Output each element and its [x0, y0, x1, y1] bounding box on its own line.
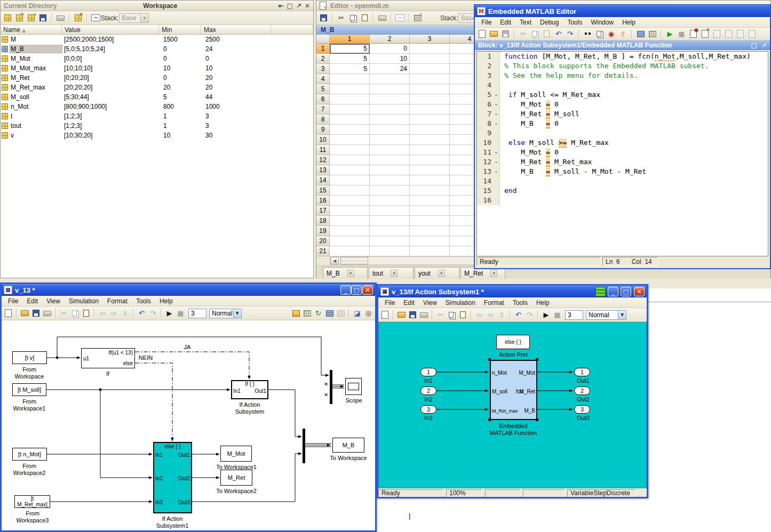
variable-max[interactable]: 10 — [201, 65, 271, 72]
grid-cell[interactable] — [330, 165, 370, 175]
print-icon[interactable] — [419, 310, 429, 320]
up-icon[interactable]: ⇧ — [618, 29, 628, 39]
breakpoint-margin[interactable] — [493, 196, 500, 205]
grid-cell[interactable] — [330, 94, 370, 104]
new-icon[interactable] — [477, 29, 487, 39]
redo-icon[interactable]: ↷ — [565, 29, 575, 39]
grid-cell[interactable] — [370, 186, 410, 196]
menu-tools[interactable]: Tools — [508, 298, 532, 308]
breakpoint-margin[interactable] — [493, 138, 500, 148]
model-canvas[interactable]: [t v] From Workspace [t M_soll] From Wor… — [2, 320, 375, 530]
cut-icon[interactable]: ✂ — [336, 13, 346, 23]
grid-cell[interactable] — [410, 104, 450, 115]
new-variable-icon[interactable] — [3, 13, 13, 23]
maximize-icon[interactable]: □ — [621, 287, 631, 296]
grid-cell[interactable]: 24 — [370, 64, 410, 74]
play-icon[interactable]: ▶ — [164, 308, 174, 318]
grid-cell[interactable] — [410, 84, 450, 94]
variable-max[interactable]: 3 — [201, 122, 271, 130]
workspace-row[interactable]: tout[1;2;3]13 — [1, 121, 313, 131]
refresh-icon[interactable]: ↻ — [313, 308, 323, 318]
grid-cell[interactable] — [330, 155, 370, 165]
grid-cell[interactable] — [410, 165, 450, 175]
step-in-disabled-icon[interactable] — [724, 29, 734, 39]
column-header-value[interactable]: Value — [62, 25, 159, 34]
model-titlebar[interactable]: v_13 * _ □ ✕ — [2, 284, 375, 296]
workspace-row[interactable]: v[10;30;20]1030 — [1, 131, 313, 140]
scope-block[interactable] — [345, 378, 362, 395]
variable-name[interactable]: tout — [10, 122, 62, 130]
variable-max[interactable]: 0 — [201, 55, 271, 62]
breakpoint-margin[interactable]: - — [493, 109, 500, 119]
to-workspace1-block[interactable]: M_Mot — [220, 446, 252, 462]
close-tab-icon[interactable]: ✕ — [438, 270, 445, 277]
save-icon[interactable] — [319, 13, 329, 23]
step-out-disabled-icon[interactable] — [735, 29, 745, 39]
variable-max[interactable]: 20 — [201, 84, 271, 91]
grid-cell[interactable] — [330, 216, 370, 226]
maximize-icon[interactable]: □ — [351, 285, 362, 295]
grid-cell[interactable] — [410, 236, 450, 246]
print-icon[interactable] — [377, 13, 387, 23]
undock-icon[interactable]: ↗ — [296, 2, 301, 10]
grid-cell[interactable] — [330, 236, 370, 246]
grid-row-header[interactable]: 9 — [316, 125, 330, 135]
block-bar[interactable]: Block: v_13/If Action Subsystem1/Embedde… — [475, 41, 770, 50]
grid-column-header[interactable]: 2 — [370, 35, 410, 44]
play-icon[interactable]: ▶ — [541, 310, 551, 320]
plot-disabled-icon[interactable]: ~ — [395, 13, 405, 23]
save-icon[interactable] — [31, 308, 41, 318]
grid-cell[interactable] — [410, 115, 450, 125]
variable-max[interactable]: 24 — [201, 45, 271, 53]
code-line[interactable]: 4 — [477, 80, 768, 90]
grid-row-header[interactable]: 7 — [316, 104, 330, 115]
grid-cell[interactable] — [370, 165, 410, 175]
grid-cell[interactable] — [330, 226, 370, 236]
menu-format[interactable]: Format — [103, 296, 132, 306]
grid-row-header[interactable]: 10 — [316, 135, 330, 145]
grid-row-header[interactable]: 11 — [316, 145, 330, 155]
menu-window[interactable]: Window — [586, 18, 618, 27]
code-line[interactable]: 5- if M_soll <= M_Ret_max — [477, 90, 768, 100]
grid-row-header[interactable]: 5 — [316, 84, 330, 94]
action-port-block[interactable]: else { } — [496, 335, 530, 349]
maximize-icon[interactable]: □ — [751, 42, 757, 49]
outport-block[interactable]: 2 — [574, 386, 590, 395]
maximize-icon[interactable]: □ — [287, 2, 293, 10]
grid-row-header[interactable]: 19 — [316, 226, 330, 236]
grid-row-header[interactable]: 16 — [316, 196, 330, 206]
menu-debug[interactable]: Debug — [536, 18, 563, 27]
menu-help[interactable]: Help — [532, 298, 554, 308]
grid-row-header[interactable]: 1 — [316, 44, 330, 54]
grid-cell[interactable] — [410, 145, 450, 155]
back-icon[interactable]: ⇦ — [98, 308, 108, 318]
variable-name[interactable]: n_Mot — [10, 103, 62, 110]
workspace-row[interactable]: M_Mot[0;0;0]00 — [1, 54, 313, 63]
grid-cell[interactable]: 5 — [330, 64, 370, 74]
menu-edit[interactable]: Edit — [496, 18, 515, 27]
grid-cell[interactable] — [410, 196, 450, 206]
save-workspace-icon[interactable] — [38, 13, 48, 23]
stop-disabled-icon[interactable]: ■ — [176, 308, 186, 318]
grid-cell[interactable] — [330, 175, 370, 186]
grid-cell[interactable] — [330, 206, 370, 216]
datatype-icon[interactable] — [594, 29, 605, 39]
variable-value[interactable]: [5,0;5,10;5,24] — [62, 45, 159, 53]
grid-column-header[interactable]: 1 — [330, 35, 370, 44]
close-tab-icon[interactable]: ✕ — [347, 270, 354, 277]
variable-name[interactable]: M_soll — [10, 93, 62, 101]
forward-icon[interactable]: ⇨ — [109, 308, 119, 318]
grid-row-header[interactable]: 14 — [316, 175, 330, 186]
code-line[interactable]: 10 else M_soll >= M_Ret_max — [477, 138, 768, 148]
undo-icon[interactable]: ↶ — [553, 29, 563, 39]
variable-tab-tout[interactable]: tout✕ — [369, 267, 414, 279]
inport-block[interactable]: 2 — [420, 386, 436, 395]
cut-disabled-icon[interactable]: ✂ — [59, 308, 69, 318]
grid-row-header[interactable]: 6 — [316, 94, 330, 104]
subsystem-titlebar[interactable]: v_13/If Action Subsystem1 * _ □ ✕ — [378, 286, 647, 297]
close-tab-icon[interactable]: ✕ — [490, 270, 497, 277]
variable-min[interactable]: 0 — [159, 74, 201, 82]
workspace-table-header[interactable]: Name ▲ Value Min Max — [1, 25, 313, 35]
mux-block[interactable] — [330, 370, 332, 404]
menu-simulation[interactable]: Simulation — [441, 298, 480, 308]
